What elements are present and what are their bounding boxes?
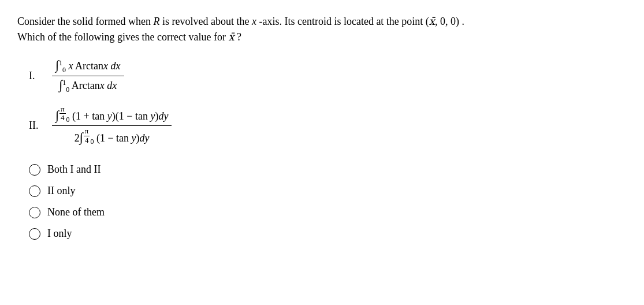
answer-both-label: Both I and II [47,163,100,176]
radio-none[interactable] [29,207,40,218]
formula-I-label: I. [29,70,52,82]
question-text: Consider the solid formed when R is revo… [17,14,627,45]
formula-II-fraction: ∫π40 (1 + tan y)(1 − tan y)dy 2∫π40 (1 −… [52,104,172,147]
radio-II-only[interactable] [29,185,40,197]
formula-II-label: II. [29,120,52,132]
answer-I-only[interactable]: I only [29,228,627,240]
question-line2: Which of the following gives the correct… [17,31,241,43]
answers-container: Both I and II II only None of them I onl… [29,163,627,240]
answer-none-label: None of them [47,206,105,218]
radio-both[interactable] [29,164,40,176]
formula-I-numerator: ∫10 x Arctanx dx [52,57,124,76]
formula-II-numerator: ∫π40 (1 + tan y)(1 − tan y)dy [52,104,172,126]
formula-II-denominator: 2∫π40 (1 − tan y)dy [71,126,153,147]
formula-I-fraction: ∫10 x Arctanx dx ∫10 Arctanx dx [52,57,124,95]
formula-I-row: I. ∫10 x Arctanx dx ∫10 Arctanx dx [29,57,627,95]
answer-II-only[interactable]: II only [29,185,627,197]
formula-I-denominator: ∫10 Arctanx dx [55,76,120,95]
formulas-container: I. ∫10 x Arctanx dx ∫10 Arctanx dx II. ∫… [29,57,627,147]
answer-II-only-label: II only [47,185,76,197]
answer-both[interactable]: Both I and II [29,163,627,176]
radio-I-only[interactable] [29,228,40,240]
answer-I-only-label: I only [47,228,72,240]
answer-none[interactable]: None of them [29,206,627,218]
formula-II-row: II. ∫π40 (1 + tan y)(1 − tan y)dy 2∫π40 … [29,104,627,147]
question-line1: Consider the solid formed when R is revo… [17,16,464,27]
